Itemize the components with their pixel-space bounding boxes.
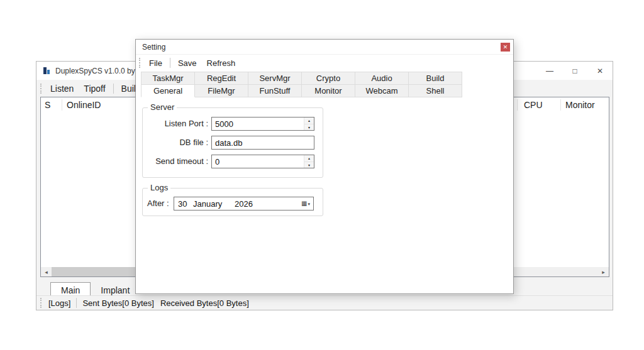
listen-port-spinner[interactable]: ▴ ▾ [304,118,314,130]
column-separator [62,99,62,111]
dropdown-arrow-icon: ▾ [308,202,310,206]
spin-up-icon[interactable]: ▴ [304,155,314,162]
date-day[interactable]: 30 [174,199,193,209]
minimize-button[interactable]: — [537,62,562,80]
column-header-cpu[interactable]: CPU [524,100,543,110]
menu-file[interactable]: File [144,58,167,68]
db-file-field[interactable] [211,136,314,150]
send-timeout-field[interactable]: ▴ ▾ [211,155,314,168]
column-header-s[interactable]: S [45,100,50,110]
date-year[interactable]: 2026 [235,199,298,209]
send-timeout-label: Send timeout : [143,155,208,168]
setting-window: Setting ✕ File Save Refresh TaskMgr RegE… [135,39,514,294]
status-received-bytes: Received Bytes[0 Bytes] [157,298,252,308]
column-separator [517,99,518,111]
close-button[interactable]: ✕ [587,62,613,80]
maximize-button[interactable]: □ [562,62,587,80]
window-controls: — □ ✕ [537,62,613,80]
tab-servmgr[interactable]: ServMgr [248,72,302,85]
tab-funstuff[interactable]: FunStuff [248,84,302,97]
scroll-left-icon[interactable]: ◂ [41,267,52,276]
date-month[interactable]: January [193,199,235,209]
setting-window-title: Setting [142,43,165,52]
menubar-separator [170,58,170,68]
tab-taskmgr[interactable]: TaskMgr [141,72,195,85]
server-groupbox: Server Listen Port : ▴ ▾ DB file : [142,107,323,178]
send-timeout-spinner[interactable]: ▴ ▾ [304,155,314,168]
tab-row-2: General FileMgr FunStuff Monitor Webcam … [141,84,462,97]
tab-general[interactable]: General [141,84,195,97]
logs-group-title: Logs [148,183,170,192]
status-logs[interactable]: [Logs] [45,298,74,308]
toolbar-grip-icon [40,84,42,94]
column-header-onlineid[interactable]: OnlineID [67,100,101,110]
listen-port-row: Listen Port : ▴ ▾ [143,117,323,131]
menubar-grip-icon [139,58,141,68]
db-file-label: DB file : [143,136,208,150]
server-group-title: Server [148,102,177,112]
statusbar: [Logs] Sent Bytes[0 Bytes] Received Byte… [36,295,613,310]
tab-row-1: TaskMgr RegEdit ServMgr Crypto Audio Bui… [141,72,462,85]
toolbar-item-listen[interactable]: Listen [45,84,79,94]
scroll-right-icon[interactable]: ▸ [598,267,609,276]
tab-build[interactable]: Build [408,72,462,85]
desktop: DuplexSpyCS v1.0.0 by ISSA — □ ✕ Listen … [0,0,644,350]
status-sent-bytes: Sent Bytes[0 Bytes] [79,298,157,308]
bottom-tabstrip: Main Implant [50,282,140,297]
menu-refresh[interactable]: Refresh [202,58,241,68]
column-separator [560,99,561,111]
send-timeout-input[interactable] [212,155,304,168]
setting-tabstrip: TaskMgr RegEdit ServMgr Crypto Audio Bui… [141,72,462,97]
calendar-icon: ▦ [301,200,307,207]
column-header-monitor[interactable]: Monitor [565,100,595,110]
tab-audio[interactable]: Audio [355,72,409,85]
setting-titlebar[interactable]: Setting ✕ [136,40,513,55]
send-timeout-row: Send timeout : ▴ ▾ [143,155,323,168]
spin-down-icon[interactable]: ▾ [304,162,314,168]
tab-filemgr[interactable]: FileMgr [194,84,248,97]
tab-shell[interactable]: Shell [408,84,462,97]
statusbar-separator [76,298,77,308]
tab-monitor[interactable]: Monitor [301,84,355,97]
setting-close-button[interactable]: ✕ [501,43,510,52]
tab-regedit[interactable]: RegEdit [194,72,248,85]
listen-port-label: Listen Port : [143,117,208,131]
tab-main[interactable]: Main [50,282,91,297]
spin-up-icon[interactable]: ▴ [304,118,314,124]
logs-groupbox: Logs After : 30 January 2026 ▦ ▾ [142,188,323,216]
app-icon [43,67,51,75]
calendar-dropdown-button[interactable]: ▦ ▾ [298,197,313,210]
tab-implant[interactable]: Implant [91,282,140,297]
statusbar-grip-icon [40,298,42,308]
after-label: After : [147,197,169,211]
db-file-input[interactable] [212,136,314,149]
tab-webcam[interactable]: Webcam [355,84,409,97]
listen-port-input[interactable] [212,118,304,130]
spin-down-icon[interactable]: ▾ [304,124,314,131]
db-file-row: DB file : [143,136,323,150]
after-date-picker[interactable]: 30 January 2026 ▦ ▾ [174,197,314,211]
tab-crypto[interactable]: Crypto [301,72,355,85]
listen-port-field[interactable]: ▴ ▾ [211,117,314,131]
menu-save[interactable]: Save [173,58,202,68]
toolbar-item-tipoff[interactable]: Tipoff [79,84,110,94]
setting-menubar: File Save Refresh [136,55,513,71]
toolbar-separator [113,84,114,94]
